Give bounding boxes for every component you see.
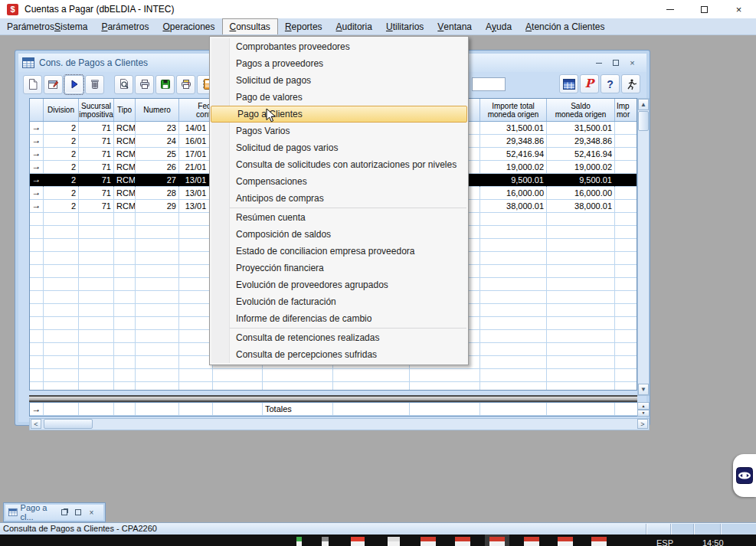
menu-item-proyeccion-financiera[interactable]: Proyección financiera — [210, 260, 468, 276]
column-header-division[interactable]: Division — [44, 99, 79, 121]
menu-item-consulta-de-percepciones-sufridas[interactable]: Consulta de percepciones sufridas — [210, 346, 468, 363]
toolbar-filter-input[interactable] — [472, 77, 506, 91]
spinner-up-button[interactable]: ▲ — [637, 402, 650, 410]
menu-item-composicion-de-saldos[interactable]: Composición de saldos — [210, 226, 468, 243]
taskbar-app-icon[interactable] — [558, 537, 573, 546]
menu-item-solicitud-de-pagos[interactable]: Solicitud de pagos — [210, 72, 468, 89]
taskbar-language[interactable]: ESP — [656, 538, 673, 546]
menu-item-pagos-a-proveedores[interactable]: Pagos a proveedores — [210, 55, 468, 72]
edit-record-button[interactable] — [44, 75, 63, 94]
run-query-button[interactable] — [64, 75, 83, 94]
menu-parametros[interactable]: Parámetros — [94, 18, 155, 34]
taskbar-app-icon[interactable] — [489, 537, 505, 546]
child-restore-button[interactable] — [608, 57, 623, 69]
menu-item-informe-de-diferencias-de-cambio[interactable]: Informe de diferencias de cambio — [210, 310, 468, 327]
min-maximize-button[interactable] — [72, 507, 83, 518]
vertical-scrollbar[interactable]: ▲ ▼ — [637, 98, 650, 396]
menu-item-pago-a-clientes[interactable]: Pago a Clientes — [211, 106, 467, 123]
column-header-fecha[interactable]: Fec cont — [179, 99, 213, 121]
print-setup-button[interactable] — [176, 75, 195, 94]
min-restore-button[interactable] — [58, 507, 70, 518]
menu-item-consulta-de-solicitudes-con-autorizaciones-por-niveles[interactable]: Consulta de solicitudes con autorizacion… — [210, 156, 468, 173]
taskbar-app-icon[interactable] — [524, 537, 539, 546]
child-window-title: Cons. de Pagos a Clientes — [39, 57, 148, 68]
print-button[interactable] — [135, 75, 154, 94]
report-button[interactable]: P — [580, 74, 599, 93]
taskbar-app-icon[interactable] — [388, 537, 400, 546]
menu-operaciones[interactable]: Operaciones — [155, 18, 221, 34]
horizontal-scrollbar[interactable]: < > — [29, 418, 650, 430]
teamviewer-panel-tab[interactable] — [733, 454, 756, 497]
column-header-tipo[interactable]: Tipo — [114, 99, 136, 121]
minimize-button[interactable] — [653, 0, 687, 18]
column-header-sucursal[interactable]: Sucursal impositiva — [79, 99, 114, 121]
cell-division — [44, 343, 79, 356]
horizontal-scroll-thumb[interactable] — [44, 419, 93, 429]
min-close-button[interactable]: × — [86, 507, 97, 518]
preview-button[interactable] — [114, 75, 133, 94]
menu-item-compensaciones[interactable]: Compensaciones — [210, 173, 468, 190]
maximize-button[interactable] — [687, 0, 722, 18]
menu-item-consulta-de-retenciones-realizadas[interactable]: Consulta de retenciones realizadas — [210, 329, 468, 346]
taskbar-app-icon[interactable] — [322, 537, 329, 546]
minimized-window-pago-a-clientes[interactable]: Pago a cl... × — [4, 503, 105, 521]
menu-item-resumen-cuenta[interactable]: Resúmen cuenta — [210, 209, 468, 226]
taskbar-app-icon[interactable] — [455, 537, 470, 546]
cell-marker — [30, 226, 44, 239]
close-button[interactable]: × — [722, 0, 756, 18]
consultas-menu: Comprobantes proveedoresPagos a proveedo… — [209, 36, 469, 365]
menu-item-anticipos-de-compras[interactable]: Anticipos de compras — [210, 190, 468, 207]
column-header-imp2[interactable]: Imp mor — [615, 99, 638, 121]
column-header-importe[interactable]: Importe total moneda origen — [480, 99, 547, 121]
grid-row-empty[interactable] — [30, 369, 637, 382]
menu-item-pago-de-valores[interactable]: Pago de valores — [210, 89, 468, 106]
menu-item-pagos-varios[interactable]: Pagos Varios — [210, 123, 468, 139]
menu-item-estado-de-conciliacion-empresa-proveedora[interactable]: Estado de conciliacion empresa proveedor… — [210, 243, 468, 260]
scroll-right-button[interactable]: > — [637, 419, 648, 429]
cell-division: 2 — [44, 148, 79, 161]
menu-reportes[interactable]: Reportes — [278, 18, 329, 34]
menu-parametros-sistema[interactable]: Parámetros Sistema — [0, 18, 94, 34]
grid-view-button[interactable] — [559, 74, 578, 93]
child-window-controls: × — [591, 57, 643, 69]
column-header-saldo[interactable]: Saldo moneda origen — [547, 99, 615, 121]
cell-saldo: 29,348.86 — [547, 135, 615, 148]
menu-atencion-a-clientes[interactable]: Atención a Clientes — [519, 18, 611, 34]
taskbar-app-icon[interactable] — [351, 537, 365, 546]
column-header-marker[interactable] — [30, 99, 44, 121]
cell-marker — [30, 369, 44, 382]
cell-imp2 — [615, 213, 637, 226]
taskbar-app-icon[interactable] — [421, 537, 436, 546]
vertical-scroll-thumb[interactable] — [638, 111, 649, 131]
scroll-up-button[interactable]: ▲ — [638, 99, 649, 110]
taskbar-clock[interactable]: 14:50 — [702, 538, 724, 546]
exit-button[interactable] — [621, 74, 640, 93]
new-record-button[interactable] — [23, 75, 42, 94]
menu-item-comprobantes-proveedores[interactable]: Comprobantes proveedores — [210, 38, 468, 55]
delete-record-button[interactable] — [85, 75, 104, 94]
windows-taskbar[interactable]: ESP 14:50 — [0, 535, 756, 546]
cell-saldo — [547, 213, 615, 226]
menu-ayuda[interactable]: Ayuda — [479, 18, 519, 34]
child-minimize-button[interactable] — [591, 57, 606, 69]
grid-row-empty[interactable] — [30, 382, 637, 390]
column-header-numero[interactable]: Numero — [136, 99, 179, 121]
menu-auditoria[interactable]: Auditoria — [329, 18, 379, 34]
grid-splitter[interactable] — [29, 395, 637, 402]
scroll-left-button[interactable]: < — [31, 419, 41, 429]
taskbar-app-icon[interactable] — [296, 537, 302, 546]
scroll-down-button[interactable]: ▼ — [638, 384, 649, 395]
save-button[interactable] — [155, 75, 175, 94]
menu-utilitarios[interactable]: Utilitarios — [379, 18, 430, 34]
cell-fecha — [179, 291, 213, 304]
menu-item-solicitud-de-pagos-varios[interactable]: Solicitud de pagos varios — [210, 139, 468, 156]
child-close-button[interactable]: × — [625, 57, 640, 69]
cell-saldo — [547, 317, 615, 330]
help-button[interactable]: ? — [601, 74, 620, 93]
menu-item-evolucion-de-facturacion[interactable]: Evolución de facturación — [210, 293, 468, 310]
spinner-down-button[interactable]: ▼ — [637, 410, 650, 417]
taskbar-app-icon[interactable] — [591, 537, 607, 546]
menu-consultas[interactable]: Consultas — [222, 18, 278, 34]
menu-item-evolucion-de-proveedores-agrupados[interactable]: Evolución de proveedores agrupados — [210, 276, 468, 293]
menu-ventana[interactable]: Ventana — [430, 18, 479, 34]
